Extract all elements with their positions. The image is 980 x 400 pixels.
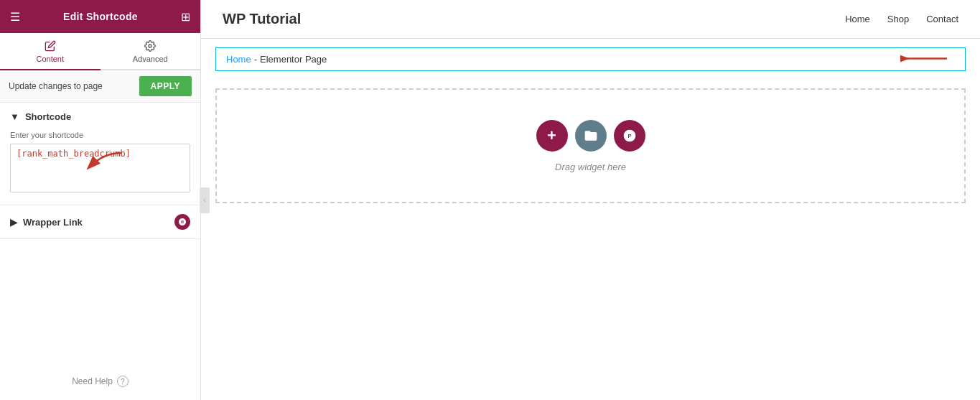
nav-link-shop[interactable]: Shop [887, 14, 909, 24]
breadcrumb-red-arrow-svg [900, 48, 951, 68]
wrapper-link-title: Wrapper Link [23, 217, 83, 228]
drag-label: Drag widget here [555, 162, 626, 172]
grid-icon[interactable]: ⊞ [181, 10, 190, 24]
left-panel: ☰ Edit Shortcode ⊞ Content Advanced Upda… [0, 0, 201, 400]
drop-zone: + P Drag widget here [215, 88, 966, 203]
site-title: WP Tutorial [223, 11, 301, 27]
svg-point-0 [149, 45, 151, 47]
panel-title: Edit Shortcode [63, 11, 138, 22]
pro-widget-icon: P [622, 129, 637, 143]
nav-link-contact[interactable]: Contact [926, 14, 958, 24]
tab-advanced-label: Advanced [133, 55, 168, 63]
collapse-arrow-icon: ▼ [10, 111, 19, 122]
shortcode-section: ▼ Shortcode Enter your shortcode [rank_m… [0, 103, 200, 205]
help-circle-icon: ? [117, 376, 129, 387]
update-bar: Update changes to page APPLY [0, 70, 200, 103]
nav-links: Home Shop Contact [845, 14, 958, 24]
tabs: Content Advanced [0, 33, 200, 70]
breadcrumb-home[interactable]: Home [226, 54, 251, 65]
breadcrumb-bar: Home - Elementor Page [215, 47, 966, 71]
shortcode-section-title: Shortcode [25, 111, 71, 122]
widget-buttons: + P [536, 120, 645, 152]
breadcrumb-current: Elementor Page [260, 54, 327, 65]
pro-icon [178, 218, 187, 226]
page-content: Home - Elementor Page + [201, 39, 980, 400]
shortcode-header-left: ▼ Shortcode [10, 111, 71, 122]
wrapper-link-header[interactable]: ▶ Wrapper Link [0, 205, 200, 238]
shortcode-section-body: Enter your shortcode [rank_math_breadcru… [0, 131, 200, 205]
wrapper-link-section: ▶ Wrapper Link [0, 205, 200, 239]
tab-content-label: Content [36, 55, 64, 63]
folder-icon [584, 129, 598, 143]
pro-badge [174, 214, 190, 230]
wrapper-expand-arrow-icon: ▶ [10, 217, 17, 228]
update-label: Update changes to page [9, 81, 103, 91]
shortcode-input[interactable]: [rank_math_breadcrumb] [10, 144, 190, 192]
breadcrumb-arrow-indicator [900, 48, 951, 70]
gear-icon [144, 40, 156, 52]
need-help-label: Need Help [72, 376, 113, 386]
resize-handle[interactable]: ‹ [200, 187, 210, 213]
library-button[interactable] [575, 120, 607, 152]
apply-button[interactable]: APPLY [139, 76, 192, 96]
shortcode-section-header[interactable]: ▼ Shortcode [0, 103, 200, 131]
shortcode-field-label: Enter your shortcode [10, 131, 190, 139]
need-help[interactable]: Need Help ? [0, 363, 200, 400]
top-bar: ☰ Edit Shortcode ⊞ [0, 0, 200, 33]
breadcrumb-separator: - [254, 54, 257, 65]
pencil-icon [45, 40, 56, 52]
svg-text:P: P [627, 133, 631, 139]
right-panel: WP Tutorial Home Shop Contact Home - Ele… [201, 0, 980, 400]
tab-content[interactable]: Content [0, 33, 101, 70]
tab-advanced[interactable]: Advanced [101, 33, 201, 69]
wrapper-link-header-left: ▶ Wrapper Link [10, 217, 83, 228]
shortcode-wrapper: [rank_math_breadcrumb] [10, 144, 190, 195]
add-widget-button[interactable]: + [536, 120, 568, 152]
pro-widget-button[interactable]: P [614, 120, 645, 152]
hamburger-icon[interactable]: ☰ [10, 10, 20, 24]
nav-bar: WP Tutorial Home Shop Contact [201, 0, 980, 39]
nav-link-home[interactable]: Home [845, 14, 870, 24]
